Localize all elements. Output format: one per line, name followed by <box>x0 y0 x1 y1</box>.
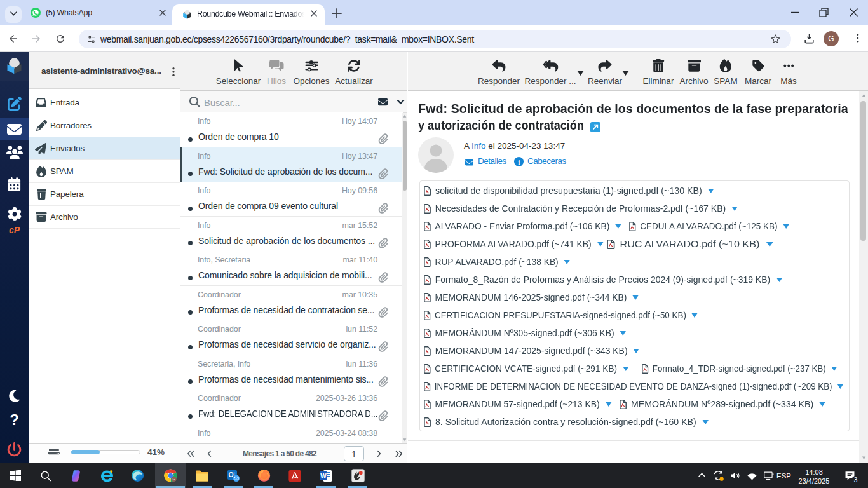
svg-text:W: W <box>320 473 327 480</box>
svg-text:G: G <box>172 478 175 481</box>
svg-text:O: O <box>228 471 233 478</box>
